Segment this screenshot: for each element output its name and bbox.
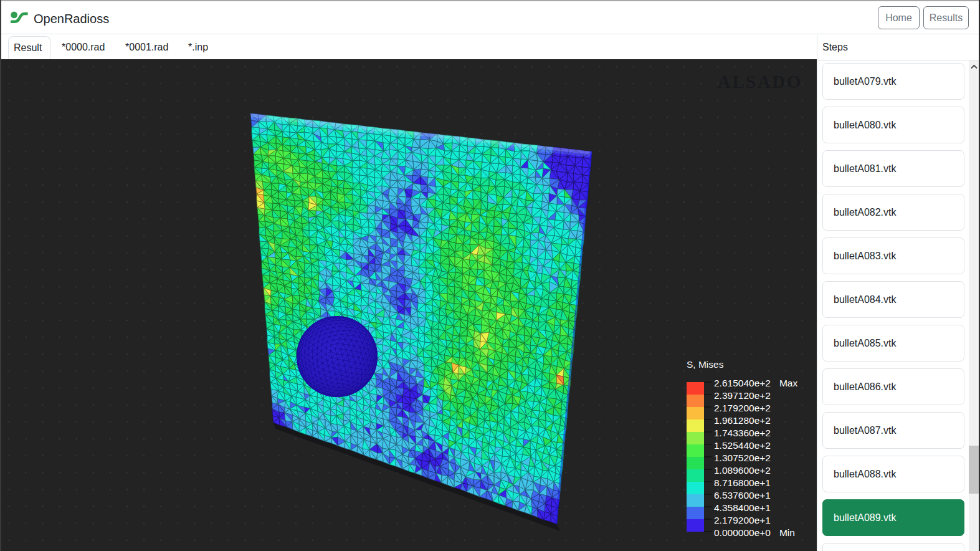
svg-text:8.716800e+1: 8.716800e+1 [714,477,771,488]
svg-text:2.397120e+2: 2.397120e+2 [714,390,771,401]
svg-text:S, Mises: S, Mises [687,359,724,370]
svg-text:1.307520e+2: 1.307520e+2 [714,453,771,463]
svg-text:1.525440e+2: 1.525440e+2 [714,440,771,451]
svg-text:1.961280e+2: 1.961280e+2 [714,415,771,426]
svg-text:1.089600e+2: 1.089600e+2 [714,465,771,476]
svg-text:1.743360e+2: 1.743360e+2 [714,428,771,438]
svg-text:2.179200e+2: 2.179200e+2 [714,403,771,413]
svg-text:0.000000e+0Min: 0.000000e+0Min [714,527,795,538]
svg-text:2.615040e+2Max: 2.615040e+2Max [714,378,797,388]
svg-text:6.537600e+1: 6.537600e+1 [714,490,771,501]
svg-text:2.179200e+1: 2.179200e+1 [714,515,771,525]
svg-text:4.358400e+1: 4.358400e+1 [714,502,771,513]
